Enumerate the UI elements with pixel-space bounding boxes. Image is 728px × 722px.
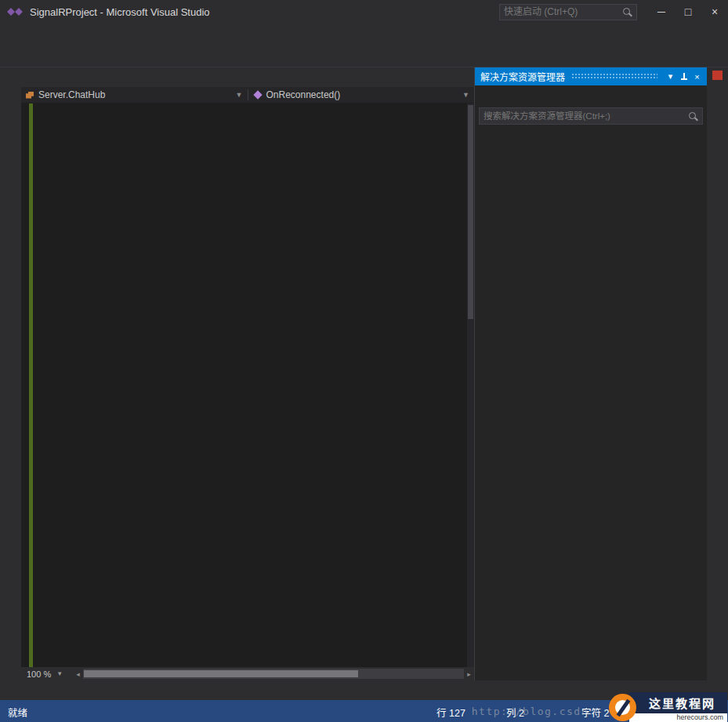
red-indicator-icon [712,71,723,80]
editor-bottom-bar: 100 % ▼ ◂ ▸ [21,667,474,680]
pin-glyph [679,72,689,82]
menu-bar [0,24,728,44]
maximize-button[interactable]: □ [675,0,701,24]
visual-studio-logo-icon [6,5,24,18]
solution-search[interactable] [479,107,703,125]
code-editor[interactable] [21,103,474,667]
title-bar: SignalRProject - Microsoft Visual Studio… [0,0,728,24]
solution-search-input[interactable] [484,111,688,121]
close-button[interactable]: × [701,0,728,24]
watermark-domain: herecours.com [629,713,727,722]
solution-explorer-panel: 解决方案资源管理器 ▾ × [474,67,707,680]
navigation-bar: Server.ChatHub ▼ OnReconnected() ▼ [21,87,474,103]
close-panel-icon[interactable]: × [690,70,704,83]
change-tracking-margin [29,103,33,667]
class-icon [26,92,34,99]
scroll-left-icon[interactable]: ◂ [73,670,83,678]
vs-window: SignalRProject - Microsoft Visual Studio… [0,0,728,722]
member-dropdown[interactable]: OnReconnected() ▼ [248,87,475,103]
drag-texture [571,73,657,80]
zoom-control[interactable]: 100 % ▼ [21,669,73,679]
zoom-level: 100 % [27,669,51,679]
status-line: 行 127 [436,705,465,720]
watermark-title: 这里教程网 [629,692,727,713]
window-title: SignalRProject - Microsoft Visual Studio [30,6,210,18]
editor-column: Server.ChatHub ▼ OnReconnected() ▼ [21,67,474,680]
method-icon [253,90,262,99]
main-region: Server.ChatHub ▼ OnReconnected() ▼ [0,67,728,680]
scrollbar-thumb[interactable] [468,105,473,319]
window-position-icon[interactable]: ▾ [664,70,677,83]
chevron-down-icon: ▼ [236,91,243,99]
search-icon [688,111,698,122]
scrollbar-thumb[interactable] [84,670,358,677]
watermark-url: http://blog.csdn [472,706,589,717]
vertical-scrollbar[interactable] [467,103,474,667]
quick-launch-input[interactable] [504,6,622,17]
editor-tab-bar [21,67,474,87]
main-toolbar [0,44,728,67]
scroll-right-icon[interactable]: ▸ [464,670,474,678]
type-dropdown[interactable]: Server.ChatHub ▼ [21,87,248,103]
chevron-down-icon: ▼ [462,91,469,99]
watermark-text-block: 这里教程网 herecours.com [629,692,727,722]
window-controls: ─ □ × [648,0,728,24]
horizontal-scrollbar[interactable] [83,669,464,679]
watermark-logo-icon [609,694,636,721]
watermark-badge: 这里教程网 herecours.com [609,693,727,722]
member-dropdown-label: OnReconnected() [266,89,341,100]
panel-title: 解决方案资源管理器 [480,70,565,83]
solution-tree [475,128,707,680]
left-tool-strip [0,67,21,680]
status-ready: 就绪 [8,705,27,720]
pin-icon[interactable] [677,70,690,83]
quick-launch[interactable] [499,4,637,20]
solution-explorer-header[interactable]: 解决方案资源管理器 ▾ × [475,67,707,85]
type-dropdown-label: Server.ChatHub [38,89,105,100]
right-tool-strip [707,67,728,680]
code-lines [35,106,466,667]
search-icon [622,7,632,17]
minimize-button[interactable]: ─ [648,0,675,24]
chevron-down-icon: ▼ [56,670,63,677]
solution-explorer-toolbar [475,85,707,106]
